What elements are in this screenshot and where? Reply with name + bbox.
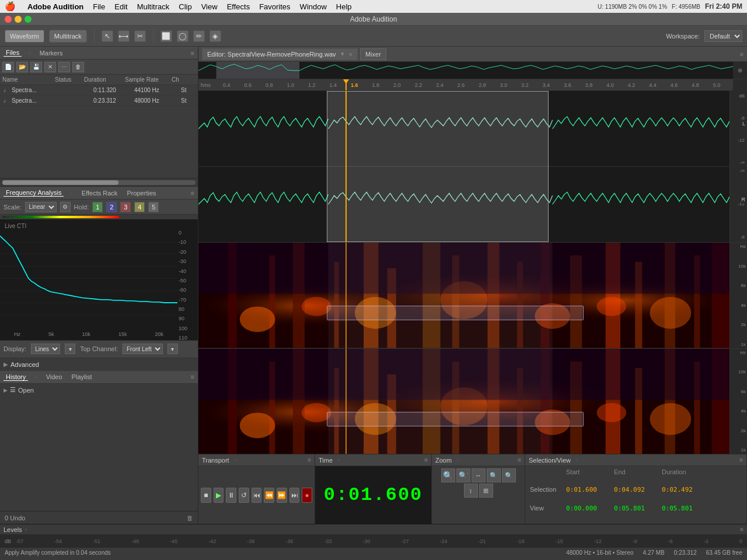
files-options-btn[interactable]: ⋯ [58, 62, 70, 72]
tab-markers[interactable]: Markers [37, 50, 65, 57]
menu-multitrack[interactable]: Multitrack [137, 2, 170, 11]
time-x[interactable]: × [337, 457, 340, 463]
spectral-bottom[interactable]: Hz10k6k4k2k1k [198, 349, 747, 454]
editor-tab[interactable]: Editor: SpectralView-RemovePhoneRing.wav… [202, 48, 358, 60]
menu-file[interactable]: File [93, 2, 105, 11]
tab-freq-analysis[interactable]: Frequency Analysis [4, 189, 64, 197]
hold-btn-5[interactable]: 5 [148, 202, 159, 212]
tab-files[interactable]: Files [4, 49, 22, 57]
editor-tab-x[interactable]: × [349, 51, 352, 58]
freq-panel-menu[interactable]: ≡ [191, 190, 194, 197]
freq-options-btn[interactable]: ⚙ [60, 202, 71, 212]
menu-favorites[interactable]: Favorites [259, 2, 290, 11]
col-samplerate-header[interactable]: Sample Rate [123, 76, 169, 83]
sel-row2-start[interactable]: 0:00.000 [566, 505, 613, 522]
play-button[interactable]: ▶ [214, 488, 224, 503]
waveform-display[interactable]: dB-6-12-∞ -∞-12-6 L R [198, 91, 747, 243]
editor-panel-menu[interactable]: ≡ [740, 51, 743, 58]
spectral-top[interactable]: Hz10k6k4k2k1k [198, 243, 747, 349]
save-file-btn[interactable]: 💾 [30, 62, 42, 72]
goto-end-button[interactable]: ⏭ [289, 488, 300, 503]
spectral-bottom-selection[interactable] [327, 412, 584, 426]
sel-row1-start[interactable]: 0:01.600 [566, 486, 613, 503]
col-status-header[interactable]: Status [53, 76, 82, 83]
tab-playlist[interactable]: Playlist [69, 373, 95, 380]
minimize-button[interactable] [15, 16, 22, 23]
transport-menu[interactable]: ≡ [308, 457, 311, 463]
delete-file-btn[interactable]: 🗑 [72, 62, 84, 72]
display-select[interactable]: Lines [31, 344, 60, 354]
zoom-vertical-full[interactable]: ↕ [464, 484, 478, 498]
loop-button[interactable]: ↺ [239, 488, 249, 503]
zoom-full[interactable]: ↔ [472, 468, 486, 482]
col-name-header[interactable]: Name [0, 76, 53, 83]
menu-help[interactable]: Help [336, 2, 352, 11]
levels-x[interactable]: × [25, 527, 27, 533]
pause-button[interactable]: ⏸ [226, 488, 236, 503]
top-channel-dropdown[interactable]: ▾ [167, 344, 178, 354]
menu-edit[interactable]: Edit [114, 2, 127, 11]
slice-tool[interactable]: ✂ [134, 30, 146, 42]
multitrack-mode-button[interactable]: Multitrack [49, 30, 87, 43]
record-button[interactable]: ● [302, 488, 312, 503]
mixer-button[interactable]: Mixer [360, 48, 386, 60]
top-channel-select[interactable]: Front Left [123, 344, 163, 354]
tab-effects-rack[interactable]: Effects Rack [79, 190, 120, 197]
levels-menu[interactable]: ≡ [740, 526, 743, 533]
tab-properties[interactable]: Properties [124, 190, 158, 197]
spectral-top-selection[interactable] [327, 306, 584, 320]
file-row-2[interactable]: ♪ Spectra... 0:23.312 48000 Hz St [0, 96, 198, 106]
scale-select[interactable]: Linear [25, 202, 57, 212]
zoom-selection[interactable]: ⊞ [479, 484, 493, 498]
time-selection-tool[interactable]: ⟷ [118, 30, 130, 42]
wave-selection[interactable] [327, 91, 549, 242]
hold-btn-3[interactable]: 3 [120, 202, 131, 212]
tab-history[interactable]: History [4, 373, 28, 381]
file-row-1[interactable]: ♪ Spectra... 0:11.320 44100 Hz St [0, 85, 198, 96]
close-button[interactable] [5, 16, 12, 23]
hold-btn-1[interactable]: 1 [92, 202, 103, 212]
app-name[interactable]: Adobe Audition [27, 2, 83, 11]
new-file-btn[interactable]: 📄 [2, 62, 14, 72]
sel-row2-duration[interactable]: 0:05.801 [662, 505, 708, 522]
display-dropdown[interactable]: ▾ [65, 344, 75, 354]
transport-x[interactable]: × [234, 457, 237, 463]
selection-menu[interactable]: ≡ [739, 457, 743, 463]
goto-start-button[interactable]: ⏮ [252, 488, 262, 503]
advanced-expand[interactable]: ▶ [4, 361, 8, 368]
stop-button[interactable]: ■ [201, 488, 211, 503]
rewind-button[interactable]: ⏪ [264, 488, 274, 503]
editor-tab-close[interactable]: ▾ [341, 50, 344, 58]
fast-forward-button[interactable]: ⏩ [277, 488, 287, 503]
apple-menu[interactable]: 🍎 [5, 1, 16, 12]
selection-x[interactable]: × [575, 457, 578, 463]
menu-window[interactable]: Window [300, 2, 327, 11]
move-tool[interactable]: ↖ [102, 30, 113, 42]
menu-effects[interactable]: Effects [227, 2, 250, 11]
open-file-btn[interactable]: 📂 [16, 62, 28, 72]
menu-clip[interactable]: Clip [179, 2, 191, 11]
brush-tool[interactable]: ✏ [193, 30, 205, 42]
waveform-mode-button[interactable]: Waveform [5, 30, 44, 43]
playhead[interactable] [345, 79, 347, 90]
maximize-button[interactable] [25, 16, 32, 23]
sel-row2-end[interactable]: 0:05.801 [614, 505, 661, 522]
zoom-menu[interactable]: ≡ [518, 457, 521, 463]
zoom-in-vertical[interactable]: 🔍 [487, 468, 501, 482]
col-duration-header[interactable]: Duration [82, 76, 123, 83]
window-controls[interactable] [5, 16, 32, 23]
zoom-out-vertical[interactable]: 🔍 [502, 468, 516, 482]
sel-row1-duration[interactable]: 0:02.492 [662, 486, 708, 503]
lasso-tool[interactable]: ◯ [177, 30, 189, 42]
hold-btn-4[interactable]: 4 [134, 202, 145, 212]
panel-close[interactable]: ≡ [191, 50, 194, 57]
crop-tool[interactable]: ⬜ [160, 30, 172, 42]
waveform-overview[interactable]: ⊕ [198, 62, 747, 79]
zoom-in-horizontal[interactable]: 🔍 [441, 468, 455, 482]
col-ch-header[interactable]: Ch [169, 76, 187, 83]
time-menu[interactable]: ≡ [424, 457, 428, 463]
close-file-btn[interactable]: ✕ [44, 62, 56, 72]
hold-btn-2[interactable]: 2 [106, 202, 117, 212]
tab-video[interactable]: Video [44, 373, 65, 380]
history-item-open[interactable]: ▶ ☰ Open [1, 385, 197, 396]
